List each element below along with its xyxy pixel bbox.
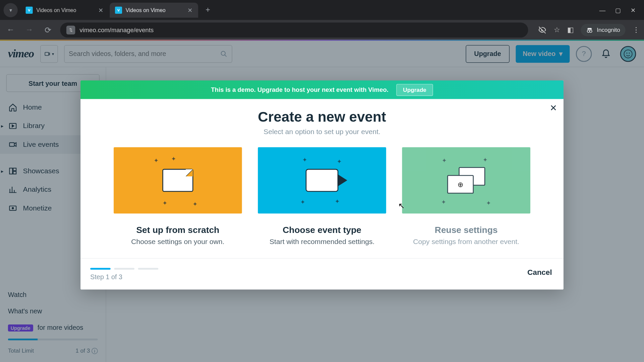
close-icon[interactable]: ✕ [187, 6, 193, 13]
banner-text: This is a demo. Upgrade to host your nex… [211, 86, 388, 93]
incognito-icon [586, 26, 593, 33]
browser-tab-strip: ▾ v Videos on Vimeo ✕ v Videos on Vimeo … [0, 0, 644, 20]
create-event-modal: This is a demo. Upgrade to host your nex… [80, 80, 564, 290]
card-title: Reuse settings [402, 225, 530, 235]
card-illustration: ✦✦ ✦✦ [114, 147, 242, 214]
browser-tab-1[interactable]: v Videos on Vimeo ✕ [20, 2, 109, 17]
browser-menu-icon[interactable]: ⋮ [633, 25, 640, 34]
vimeo-favicon-icon: v [115, 6, 122, 13]
demo-banner: This is a demo. Upgrade to host your nex… [80, 80, 564, 99]
card-desc: Copy settings from another event. [402, 238, 530, 246]
modal-subtitle: Select an option to set up your event. [99, 128, 545, 136]
minimize-icon[interactable]: — [599, 6, 605, 13]
browser-address-bar: ← → ⟳ ⇅ vimeo.com/manage/events ☆ ◧ Inco… [0, 20, 644, 40]
eye-off-icon[interactable] [538, 25, 547, 34]
vimeo-app: vimeo ▾ Upgrade New video ▾ ? [0, 40, 644, 362]
url-input[interactable]: ⇅ vimeo.com/manage/events [60, 22, 528, 38]
option-card-reuse[interactable]: ✦✦ ✦✦ ⊕ Reuse settings Copy settings fro… [402, 147, 530, 246]
reload-button[interactable]: ⟳ [42, 25, 54, 35]
modal-footer: Step 1 of 3 Cancel [80, 258, 564, 290]
svg-point-0 [587, 30, 590, 32]
incognito-indicator[interactable]: Incognito [581, 24, 626, 36]
back-button[interactable]: ← [4, 25, 17, 35]
url-text: vimeo.com/manage/events [79, 26, 154, 33]
card-illustration: ✦✦ ✦✦ [258, 147, 386, 214]
svg-point-1 [590, 30, 592, 32]
step-progress [90, 268, 158, 269]
card-illustration: ✦✦ ✦✦ ⊕ [402, 147, 530, 214]
card-title: Set up from scratch [114, 225, 242, 235]
vimeo-favicon-icon: v [25, 6, 33, 13]
tab-search-button[interactable]: ▾ [4, 3, 18, 17]
card-desc: Choose settings on your own. [114, 238, 242, 246]
tab-title: Videos on Vimeo [36, 7, 95, 13]
tab-title: Videos on Vimeo [126, 7, 184, 13]
maximize-icon[interactable]: ▢ [615, 6, 621, 13]
browser-tab-2[interactable]: v Videos on Vimeo ✕ [110, 2, 198, 17]
cancel-button[interactable]: Cancel [526, 265, 554, 281]
modal-title: Create a new event [99, 109, 545, 125]
side-panel-icon[interactable]: ◧ [567, 25, 574, 34]
document-icon [162, 169, 193, 192]
close-icon[interactable]: ✕ [98, 6, 104, 13]
window-controls: — ▢ ✕ [599, 6, 641, 13]
close-window-icon[interactable]: ✕ [631, 6, 636, 13]
camera-icon [306, 169, 338, 192]
new-tab-button[interactable]: + [202, 4, 214, 16]
stack-icon: ⊕ [447, 167, 485, 193]
modal-close-button[interactable]: ✕ [550, 103, 557, 113]
forward-button: → [23, 25, 36, 35]
card-title: Choose event type [258, 225, 386, 235]
option-card-event-type[interactable]: ✦✦ ✦✦ Choose event type Start with recom… [258, 147, 386, 246]
bookmark-star-icon[interactable]: ☆ [554, 25, 560, 34]
incognito-label: Incognito [597, 26, 620, 33]
step-label: Step 1 of 3 [90, 273, 158, 281]
site-info-icon[interactable]: ⇅ [66, 25, 75, 34]
option-card-scratch[interactable]: ✦✦ ✦✦ Set up from scratch Choose setting… [114, 147, 242, 246]
banner-upgrade-button[interactable]: Upgrade [396, 84, 433, 96]
card-desc: Start with recommended settings. [258, 238, 386, 246]
